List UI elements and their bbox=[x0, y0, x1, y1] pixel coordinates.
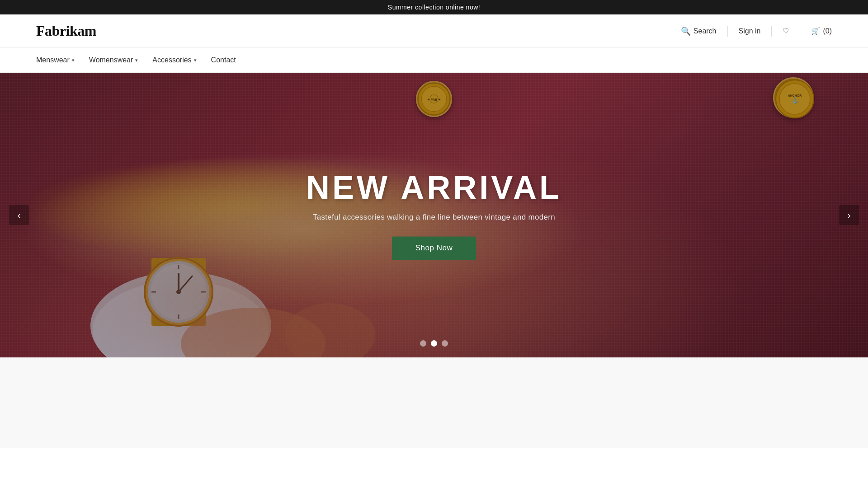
hero-section: ✦ FAB ✦ ANCHOR ⚓ bbox=[0, 73, 868, 357]
search-button[interactable]: 🔍 Search bbox=[681, 26, 717, 36]
nav-item-womenswear[interactable]: Womenswear ▾ bbox=[89, 48, 149, 72]
chevron-right-icon: › bbox=[848, 210, 851, 221]
hero-content: NEW ARRIVAL Tasteful accessories walking… bbox=[306, 170, 562, 260]
carousel-dot-2[interactable] bbox=[431, 340, 437, 347]
nav-contact-label: Contact bbox=[211, 56, 236, 64]
below-hero-section bbox=[0, 357, 868, 448]
nav-womenswear-label: Womenswear bbox=[89, 56, 133, 64]
header-divider-3 bbox=[800, 26, 800, 37]
chevron-left-icon: ‹ bbox=[18, 210, 21, 221]
nav-item-accessories[interactable]: Accessories ▾ bbox=[152, 48, 207, 72]
search-label: Search bbox=[693, 27, 717, 35]
hero-subtitle: Tasteful accessories walking a fine line… bbox=[306, 213, 562, 222]
carousel-dot-1[interactable] bbox=[420, 340, 426, 347]
heart-icon: ♡ bbox=[783, 27, 789, 35]
carousel-next-button[interactable]: › bbox=[839, 205, 859, 225]
announcement-text: Summer collection online now! bbox=[388, 4, 480, 11]
chevron-down-icon: ▾ bbox=[72, 57, 75, 63]
carousel-dots bbox=[420, 340, 448, 347]
nav-accessories-label: Accessories bbox=[152, 56, 191, 64]
header: Fabrikam 🔍 Search Sign in ♡ 🛒 (0) bbox=[0, 14, 868, 48]
nav-menswear-label: Menswear bbox=[36, 56, 70, 64]
main-nav: Menswear ▾ Womenswear ▾ Accessories ▾ Co… bbox=[0, 48, 868, 73]
nav-item-contact[interactable]: Contact bbox=[211, 48, 247, 72]
hero-title: NEW ARRIVAL bbox=[306, 170, 562, 206]
announcement-bar: Summer collection online now! bbox=[0, 0, 868, 14]
chevron-down-icon: ▾ bbox=[194, 57, 197, 63]
wishlist-button[interactable]: ♡ bbox=[783, 27, 789, 35]
carousel-dot-3[interactable] bbox=[442, 340, 448, 347]
search-icon: 🔍 bbox=[681, 26, 691, 36]
logo[interactable]: Fabrikam bbox=[36, 23, 96, 39]
signin-label: Sign in bbox=[739, 27, 761, 35]
nav-item-menswear[interactable]: Menswear ▾ bbox=[36, 48, 85, 72]
carousel-prev-button[interactable]: ‹ bbox=[9, 205, 29, 225]
header-divider-1 bbox=[727, 26, 728, 37]
shop-now-button[interactable]: Shop Now bbox=[392, 237, 476, 260]
cart-count: (0) bbox=[823, 27, 832, 35]
cart-icon: 🛒 bbox=[811, 27, 820, 35]
signin-button[interactable]: Sign in bbox=[739, 27, 761, 35]
header-actions: 🔍 Search Sign in ♡ 🛒 (0) bbox=[681, 26, 832, 37]
cart-button[interactable]: 🛒 (0) bbox=[811, 27, 832, 35]
header-divider-2 bbox=[771, 26, 772, 37]
chevron-down-icon: ▾ bbox=[135, 57, 138, 63]
